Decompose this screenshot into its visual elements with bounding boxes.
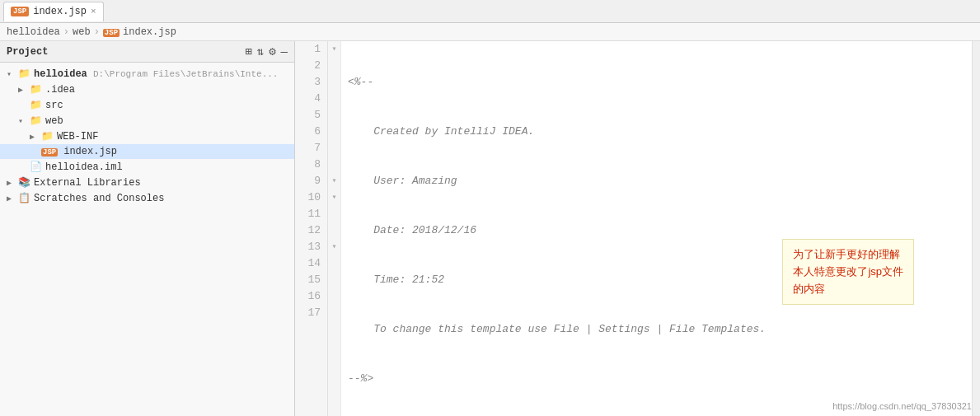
breadcrumb-web: web bbox=[73, 26, 91, 38]
sidebar: Project ⊞ ⇅ ⚙ — ▾ 📁 helloidea D:\Program… bbox=[0, 41, 295, 416]
iml-file-icon: 📄 bbox=[30, 161, 42, 173]
arrow-idea: ▶ bbox=[18, 85, 30, 95]
watermark: https://blog.csdn.net/qq_37830321 bbox=[832, 401, 972, 411]
tree-item-index-jsp[interactable]: JSP index.jsp bbox=[0, 144, 294, 159]
tree-item-iml[interactable]: 📄 helloidea.iml bbox=[0, 159, 294, 175]
tree-label-src: src bbox=[45, 100, 63, 111]
folder-icon-helloidea: 📁 bbox=[18, 68, 30, 80]
tree-label-web: web bbox=[45, 115, 63, 127]
tree-label-scratches: Scratches and Consoles bbox=[34, 193, 164, 204]
sidebar-title: Project bbox=[7, 46, 48, 58]
tree-item-web[interactable]: ▾ 📁 web bbox=[0, 113, 294, 129]
arrow-web: ▾ bbox=[18, 116, 30, 126]
folder-icon-src: 📁 bbox=[30, 99, 42, 111]
folder-icon-webinf: 📁 bbox=[41, 130, 54, 143]
tree-label-index-jsp: index.jsp bbox=[63, 146, 117, 157]
line-numbers: 1 2 3 4 5 6 7 8 9 10 11 12 13 14 15 16 1… bbox=[295, 41, 328, 416]
code-line-7: --%> bbox=[348, 371, 965, 387]
tab-label: index.jsp bbox=[33, 6, 87, 17]
jsp-file-icon: JSP bbox=[41, 146, 60, 157]
tree-label-external-libs: External Libraries bbox=[34, 177, 141, 189]
breadcrumb-filename: index.jsp bbox=[123, 26, 176, 38]
tab-bar: JSP index.jsp × bbox=[0, 0, 980, 23]
tree-item-scratches[interactable]: ▶ 📋 Scratches and Consoles bbox=[0, 190, 294, 206]
fold-1[interactable]: ▾ bbox=[331, 41, 336, 58]
breadcrumb-sep-1: › bbox=[63, 26, 69, 38]
breadcrumb-helloidea: helloidea bbox=[7, 26, 60, 38]
breadcrumb-jsp-badge: JSP bbox=[103, 26, 120, 38]
annotation-line1: 为了让新手更好的理解 bbox=[793, 248, 900, 260]
tree-label-idea: .idea bbox=[45, 84, 75, 96]
gutter: ▾ ▾ ▾ ▾ bbox=[328, 41, 341, 416]
arrow-external-libs: ▶ bbox=[7, 178, 18, 188]
sidebar-actions: ⊞ ⇅ ⚙ — bbox=[245, 44, 288, 58]
code-line-3: User: Amazing bbox=[348, 173, 965, 189]
folder-icon-idea: 📁 bbox=[30, 83, 42, 96]
sidebar-header: Project ⊞ ⇅ ⚙ — bbox=[0, 41, 294, 63]
editor-area: 1 2 3 4 5 6 7 8 9 10 11 12 13 14 15 16 1… bbox=[295, 41, 980, 416]
tree-item-webinf[interactable]: ▶ 📁 WEB-INF bbox=[0, 129, 294, 144]
main-layout: Project ⊞ ⇅ ⚙ — ▾ 📁 helloidea D:\Program… bbox=[0, 41, 980, 416]
tab-index-jsp[interactable]: JSP index.jsp × bbox=[3, 2, 104, 21]
arrow-scratches: ▶ bbox=[7, 194, 18, 203]
code-line-6: To change this template use File | Setti… bbox=[348, 321, 965, 338]
folder-icon-web: 📁 bbox=[30, 115, 42, 127]
annotation-line2: 本人特意更改了jsp文件 bbox=[793, 265, 903, 278]
tree-item-idea[interactable]: ▶ 📁 .idea bbox=[0, 82, 294, 97]
fold-10[interactable]: ▾ bbox=[331, 189, 336, 206]
scratch-icon: 📋 bbox=[18, 192, 30, 204]
editor-scrollbar[interactable] bbox=[972, 41, 980, 416]
breadcrumb-sep-2: › bbox=[94, 26, 100, 38]
gear-icon[interactable]: ⚙ bbox=[269, 44, 275, 58]
tab-close-button[interactable]: × bbox=[91, 7, 96, 16]
breadcrumb: helloidea › web › JSP index.jsp bbox=[0, 23, 980, 41]
tree-item-src[interactable]: 📁 src bbox=[0, 97, 294, 113]
annotation-line3: 的内容 bbox=[793, 283, 825, 295]
lib-icon: 📚 bbox=[18, 176, 30, 189]
annotation-bubble: 为了让新手更好的理解 本人特意更改了jsp文件 的内容 bbox=[782, 239, 914, 305]
code-content[interactable]: <%-- Created by IntelliJ IDEA. User: Ama… bbox=[341, 41, 972, 416]
fold-9[interactable]: ▾ bbox=[331, 173, 336, 189]
tree-label-helloidea: helloidea D:\Program Files\JetBrains\Int… bbox=[34, 68, 278, 80]
code-line-2: Created by IntelliJ IDEA. bbox=[348, 124, 965, 140]
arrow-webinf: ▶ bbox=[30, 132, 41, 142]
jsp-badge: JSP bbox=[11, 7, 29, 16]
tree-item-external-libs[interactable]: ▶ 📚 External Libraries bbox=[0, 175, 294, 190]
tree-label-webinf: WEB-INF bbox=[57, 131, 98, 143]
fold-13[interactable]: ▾ bbox=[331, 239, 336, 255]
tree-item-helloidea[interactable]: ▾ 📁 helloidea D:\Program Files\JetBrains… bbox=[0, 66, 294, 82]
code-line-4: Date: 2018/12/16 bbox=[348, 222, 965, 239]
equalize-icon[interactable]: ⇅ bbox=[257, 44, 264, 58]
tree-label-iml: helloidea.iml bbox=[45, 161, 123, 173]
file-tree: ▾ 📁 helloidea D:\Program Files\JetBrains… bbox=[0, 63, 294, 416]
code-editor[interactable]: 1 2 3 4 5 6 7 8 9 10 11 12 13 14 15 16 1… bbox=[295, 41, 980, 416]
collapse-icon[interactable]: — bbox=[281, 45, 288, 58]
watermark-text: https://blog.csdn.net/qq_37830321 bbox=[832, 401, 972, 411]
arrow-helloidea: ▾ bbox=[7, 69, 18, 79]
code-line-1: <%-- bbox=[348, 74, 965, 91]
layout-icon[interactable]: ⊞ bbox=[245, 44, 251, 58]
